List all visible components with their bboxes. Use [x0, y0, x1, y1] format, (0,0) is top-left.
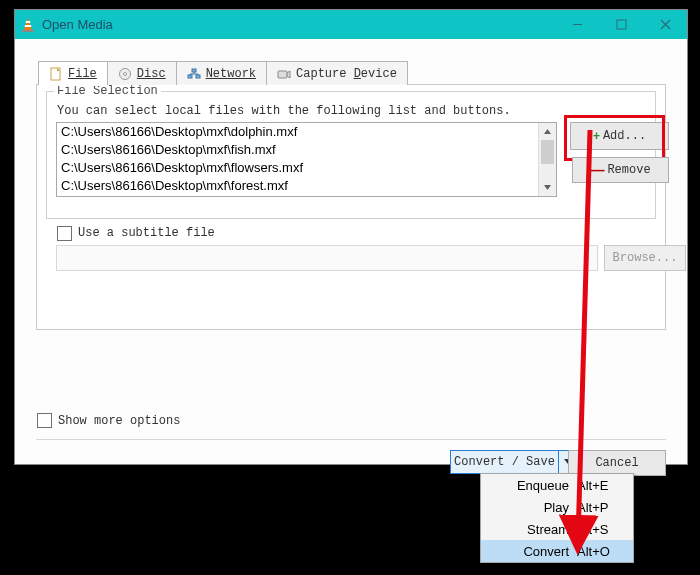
minus-icon: — — [590, 166, 604, 174]
titlebar: Open Media — [15, 10, 687, 39]
scroll-down-icon[interactable] — [539, 179, 556, 196]
use-subtitle-label: Use a subtitle file — [78, 226, 215, 240]
use-subtitle-checkbox[interactable] — [57, 226, 72, 241]
file-selection-hint: You can select local files with the foll… — [57, 104, 511, 118]
plus-icon: + — [593, 129, 600, 143]
tab-file[interactable]: File — [38, 61, 108, 85]
tab-network[interactable]: Network — [176, 61, 267, 85]
vlc-icon — [20, 17, 36, 33]
capture-device-icon — [277, 67, 291, 81]
scroll-up-icon[interactable] — [539, 123, 556, 140]
svg-rect-2 — [25, 25, 31, 27]
menu-item-stream[interactable]: Stream Alt+S — [481, 518, 633, 540]
svg-marker-21 — [544, 129, 551, 134]
convert-save-button[interactable]: Convert / Save — [450, 450, 578, 474]
tab-capture-device[interactable]: Capture Device — [266, 61, 408, 85]
svg-rect-14 — [192, 69, 196, 72]
tab-panel: File Selection You can select local file… — [36, 84, 666, 330]
show-more-options-label: Show more options — [58, 414, 180, 428]
svg-rect-1 — [26, 21, 30, 23]
window-title: Open Media — [42, 17, 555, 32]
svg-marker-0 — [24, 18, 32, 31]
svg-rect-12 — [188, 75, 192, 78]
network-icon — [187, 67, 201, 81]
tab-disc[interactable]: Disc — [107, 61, 177, 85]
menu-item-enqueue[interactable]: Enqueue Alt+E — [481, 474, 633, 496]
list-item[interactable]: C:\Users\86166\Desktop\mxf\fish.mxf — [57, 141, 556, 159]
remove-button[interactable]: — Remove — [572, 157, 669, 183]
file-selection-fieldset: File Selection You can select local file… — [46, 91, 656, 219]
close-button[interactable] — [643, 10, 687, 39]
svg-marker-22 — [544, 185, 551, 190]
scrollbar[interactable] — [538, 123, 556, 196]
open-media-window: Open Media File — [14, 9, 688, 465]
menu-item-convert[interactable]: Convert Alt+O — [481, 540, 633, 562]
svg-point-11 — [123, 72, 126, 75]
list-item[interactable]: C:\Users\86166\Desktop\mxf\flowsers.mxf — [57, 159, 556, 177]
menu-item-play[interactable]: Play Alt+P — [481, 496, 633, 518]
disc-icon — [118, 67, 132, 81]
client-area: File Disc Network Capture Device — [15, 39, 687, 464]
subtitle-path-field — [56, 245, 598, 271]
add-button[interactable]: + Add... — [570, 122, 669, 150]
svg-rect-5 — [617, 20, 626, 29]
show-more-options-row[interactable]: Show more options — [37, 413, 180, 428]
footer-separator — [36, 439, 666, 440]
minimize-button[interactable] — [555, 10, 599, 39]
convert-save-menu: Enqueue Alt+E Play Alt+P Stream Alt+S Co… — [480, 473, 634, 563]
svg-rect-19 — [278, 71, 287, 78]
use-subtitle-row[interactable]: Use a subtitle file — [57, 224, 655, 242]
list-item[interactable]: C:\Users\86166\Desktop\mxf\forest.mxf — [57, 177, 556, 192]
svg-rect-13 — [196, 75, 200, 78]
file-icon — [49, 67, 63, 81]
file-list[interactable]: C:\Users\86166\Desktop\mxf\dolphin.mxf C… — [56, 122, 557, 197]
browse-button: Browse... — [604, 245, 686, 271]
scrollbar-thumb[interactable] — [541, 140, 554, 164]
list-item[interactable]: C:\Users\86166\Desktop\mxf\dolphin.mxf — [57, 123, 556, 141]
show-more-options-checkbox[interactable] — [37, 413, 52, 428]
svg-rect-3 — [22, 30, 34, 32]
convert-save-main[interactable]: Convert / Save — [450, 450, 559, 474]
window-controls — [555, 10, 687, 39]
tab-bar: File Disc Network Capture Device — [38, 61, 407, 85]
maximize-button[interactable] — [599, 10, 643, 39]
file-selection-legend: File Selection — [54, 84, 161, 98]
